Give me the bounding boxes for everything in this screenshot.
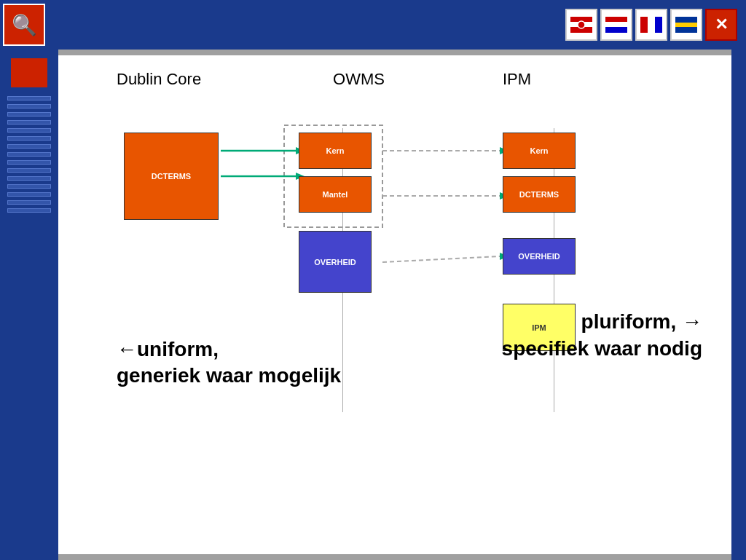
toolbar-left: 🔍 [3, 4, 45, 46]
svg-rect-7 [640, 17, 648, 33]
sidebar-line [7, 136, 51, 141]
svg-rect-11 [675, 23, 697, 27]
svg-line-21 [382, 256, 500, 262]
text-right-line1: pluriform, → [502, 309, 702, 335]
box-kern-ipm: Kern [503, 133, 576, 169]
sidebar-line [7, 120, 51, 125]
toolbar: 🔍 ✕ [0, 0, 746, 50]
toolbar-right: ✕ [565, 9, 743, 41]
sidebar-line [7, 96, 51, 100]
box-dcterms-left: DCTERMS [124, 133, 219, 220]
logo-box: 🔍 [3, 4, 45, 46]
sidebar-line [7, 168, 51, 173]
sidebar-line [7, 200, 51, 205]
box-kern-owms: Kern [299, 133, 372, 169]
box-dcterms-ipm: DCTERMS [503, 176, 576, 213]
box-mantel-owms: Mantel [299, 176, 372, 213]
svg-point-3 [578, 21, 585, 28]
flag-button-3[interactable] [635, 9, 667, 41]
box-overheid-owms: OVERHEID [299, 231, 372, 293]
diagram: DCTERMS Kern Mantel Kern DCTERMS OVERHEI… [80, 96, 710, 373]
right-sidebar [731, 50, 746, 560]
sidebar-lines [7, 96, 51, 213]
main-area: Dublin Core OWMS IPM [0, 50, 746, 560]
sidebar-line [7, 160, 51, 165]
sidebar-line [7, 144, 51, 149]
sidebar-line [7, 192, 51, 197]
left-sidebar [0, 50, 58, 560]
sidebar-line [7, 128, 51, 133]
text-right-line2: specifiek waar nodig [502, 336, 702, 362]
flag-button-4[interactable] [670, 9, 702, 41]
sidebar-logo [11, 58, 47, 87]
flag-button-2[interactable] [600, 9, 632, 41]
text-right: pluriform, → specifiek waar nodig [502, 309, 702, 362]
sidebar-line [7, 152, 51, 157]
svg-rect-4 [605, 17, 627, 22]
svg-rect-6 [605, 27, 627, 33]
text-left: ←uniform, generiek waar mogelijk [117, 336, 341, 390]
sidebar-line [7, 104, 51, 109]
sidebar-line [7, 184, 51, 189]
text-left-line2: generiek waar mogelijk [117, 363, 341, 389]
text-left-line1: ←uniform, [117, 336, 341, 363]
search-icon: 🔍 [12, 13, 37, 37]
col-header-owms: OWMS [288, 70, 430, 89]
svg-rect-9 [655, 17, 662, 33]
col-header-ipm: IPM [503, 70, 531, 89]
col-header-dublin: Dublin Core [117, 70, 248, 89]
content-panel: Dublin Core OWMS IPM [58, 55, 731, 554]
sidebar-line [7, 208, 51, 213]
close-button[interactable]: ✕ [705, 9, 737, 41]
svg-rect-8 [648, 17, 655, 33]
svg-rect-5 [605, 22, 627, 27]
sidebar-line [7, 176, 51, 181]
box-overheid-ipm: OVERHEID [503, 238, 576, 275]
sidebar-line [7, 112, 51, 117]
flag-button-1[interactable] [565, 9, 597, 41]
